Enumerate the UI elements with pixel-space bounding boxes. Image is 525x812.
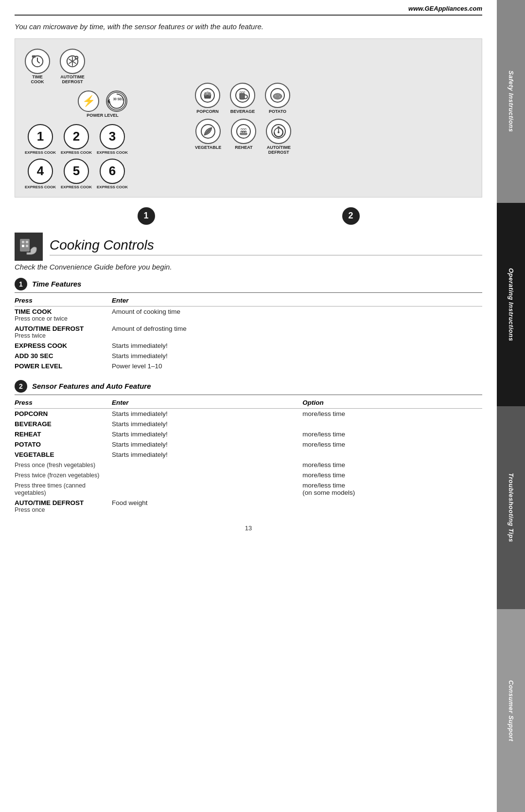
potato-btn: POTATO [265, 83, 290, 114]
potato-label: POTATO [269, 109, 286, 114]
option-cell: more/less time [302, 470, 482, 480]
express-circle-2: 2 [64, 124, 89, 149]
vegetable-label: VEGETABLE [195, 145, 221, 150]
enter-cell: Amount of defrosting time [112, 324, 482, 341]
press-cell: Press twice (frozen vegetables) [15, 470, 112, 480]
reheat-btn: REHEAT [231, 119, 256, 155]
control-panel-diagram: TIMECOOK ❄ AUTO/TIMEDE [15, 38, 482, 198]
enter-cell: Starts immediately! [112, 341, 482, 351]
auto-time-defrost2-btn: AUTO/TIMEDEFROST [266, 119, 291, 155]
table-row: Press three times (canned vegetables) mo… [15, 480, 482, 498]
table-row: TIME COOK Press once or twice Amount of … [15, 306, 482, 324]
beverage-btn: BEVERAGE [230, 83, 255, 114]
tab-safety[interactable]: Safety Instructions [497, 0, 525, 203]
table-row: EXPRESS COOK Starts immediately! [15, 341, 482, 351]
time-cook-label: TIMECOOK [31, 75, 44, 85]
press-cell: POTATO [15, 439, 112, 450]
press-cell: Press three times (canned vegetables) [15, 480, 112, 498]
time-cook-icon [25, 49, 50, 74]
time-features-num: 1 [15, 278, 27, 290]
press-cell: TIME COOK Press once or twice [15, 306, 112, 324]
website-url: www.GEAppliances.com [408, 5, 482, 12]
express-row-bottom: 4 EXPRESS COOK 5 EXPRESS COOK 6 EXPRESS … [25, 159, 180, 189]
sensor-row-2: VEGETABLE REHEAT [195, 119, 291, 155]
option-cell [302, 498, 482, 515]
table-row: POPCORN Starts immediately! more/less ti… [15, 408, 482, 419]
express-label-4: EXPRESS COOK [25, 185, 56, 189]
auto-time-defrost2-icon [266, 119, 291, 144]
side-tabs: Safety Instructions Operating Instructio… [497, 0, 525, 812]
potato-icon [265, 83, 290, 108]
panel-left: TIMECOOK ❄ AUTO/TIMEDE [25, 49, 180, 189]
intro-text: You can microwave by time, with the sens… [15, 21, 482, 32]
popcorn-label: POPCORN [196, 109, 219, 114]
tab-troubleshooting[interactable]: Troubleshooting Tips [497, 406, 525, 609]
svg-rect-32 [22, 241, 24, 243]
tab-consumer[interactable]: Consumer Support [497, 609, 525, 812]
svg-point-21 [278, 94, 279, 95]
vegetable-btn: VEGETABLE [195, 119, 221, 155]
reheat-label: REHEAT [235, 145, 252, 150]
col-option-2: Option [302, 398, 482, 409]
express-row-top: 1 EXPRESS COOK 2 EXPRESS COOK 3 EXPRESS … [25, 124, 180, 155]
express-circle-6: 6 [100, 159, 125, 184]
option-cell [302, 450, 482, 460]
enter-cell: Power level 1–10 [112, 361, 482, 371]
enter-cell: Starts immediately! [112, 408, 302, 419]
svg-point-30 [278, 126, 280, 129]
table-row: POWER LEVEL Power level 1–10 [15, 361, 482, 371]
cooking-title: Cooking Controls [50, 237, 482, 255]
svg-rect-3 [32, 55, 36, 58]
enter-cell: Starts immediately! [112, 439, 302, 450]
table-row: AUTO/TIME DEFROST Press once Food weight [15, 498, 482, 515]
panel-right: POPCORN BEVERAGE [195, 49, 291, 189]
convenience-guide: Check the Convenience Guide before you b… [15, 263, 482, 271]
press-cell: REHEAT [15, 429, 112, 439]
time-features-title: Time Features [32, 280, 81, 288]
sensor-features-table: Press Enter Option POPCORN Starts immedi… [15, 398, 482, 515]
sensor-features-section: 2 Sensor Features and Auto Feature Press… [15, 380, 482, 515]
enter-cell: Starts immediately! [112, 419, 302, 429]
enter-cell: Food weight [112, 498, 302, 515]
express-label-6: EXPRESS COOK [97, 185, 128, 189]
enter-cell: Starts immediately! [112, 351, 482, 361]
press-cell: ADD 30 SEC [15, 351, 112, 361]
svg-rect-35 [26, 245, 28, 247]
express-label-3: EXPRESS COOK [97, 150, 128, 155]
auto-time-defrost-btn-group: ❄ AUTO/TIMEDEFROST [60, 49, 85, 85]
option-cell [302, 419, 482, 429]
express-cook-5: 5 EXPRESS COOK [61, 159, 92, 189]
table-row: ADD 30 SEC Starts immediately! [15, 351, 482, 361]
tab-operating[interactable]: Operating Instructions [497, 203, 525, 406]
auto-time-defrost2-label: AUTO/TIMEDEFROST [267, 145, 291, 155]
enter-cell: Starts immediately! [112, 450, 302, 460]
svg-point-22 [279, 96, 280, 97]
press-cell: VEGETABLE [15, 450, 112, 460]
beverage-label: BEVERAGE [230, 109, 255, 114]
table-row: POTATO Starts immediately! more/less tim… [15, 439, 482, 450]
svg-rect-34 [22, 245, 24, 247]
indicator-2: 2 [342, 207, 360, 225]
express-circle-1: 1 [28, 124, 53, 149]
svg-point-20 [275, 95, 277, 97]
enter-cell: Starts immediately! [112, 429, 302, 439]
col-enter-2: Enter [112, 398, 302, 409]
main-content: www.GEAppliances.com You can microwave b… [0, 0, 497, 551]
col-press-2: Press [15, 398, 112, 409]
popcorn-icon [195, 83, 220, 108]
time-features-header: 1 Time Features [15, 278, 482, 293]
press-cell: Press once (fresh vegetables) [15, 460, 112, 470]
enter-cell: Amount of cooking time [112, 306, 482, 324]
express-cook-3: 3 EXPRESS COOK [97, 124, 128, 155]
cooking-icon-box [15, 233, 43, 261]
table-row: AUTO/TIME DEFROST Press twice Amount of … [15, 324, 482, 341]
svg-rect-25 [240, 133, 247, 135]
press-cell: POPCORN [15, 408, 112, 419]
add30-icon: 30 SEC. [106, 90, 127, 112]
express-cook-4: 4 EXPRESS COOK [25, 159, 56, 189]
option-cell: more/less time [302, 408, 482, 419]
panel-top-row: TIMECOOK ❄ AUTO/TIMEDE [25, 49, 180, 85]
express-circle-3: 3 [100, 124, 125, 149]
indicator-1: 1 [138, 207, 155, 225]
sensor-features-header: 2 Sensor Features and Auto Feature [15, 380, 482, 395]
